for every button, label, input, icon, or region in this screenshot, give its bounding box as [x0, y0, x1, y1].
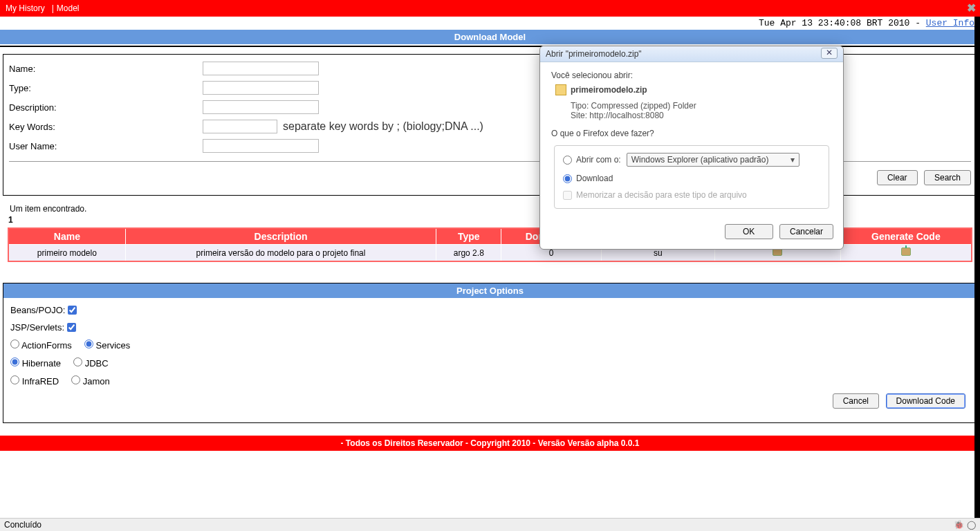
- th-name: Name: [8, 228, 125, 245]
- dialog-site-value: http://localhost:8080: [589, 111, 663, 120]
- clear-button[interactable]: Clear: [877, 170, 918, 185]
- cell-type: argo 2.8: [436, 245, 501, 262]
- services-radio[interactable]: [84, 339, 93, 348]
- nav-model[interactable]: Model: [57, 3, 80, 13]
- cell-generatecode[interactable]: [840, 245, 972, 262]
- dialog-you-selected: Você selecionou abrir:: [551, 71, 832, 80]
- th-description: Description: [125, 228, 436, 245]
- dialog-close-button[interactable]: ✕: [821, 48, 838, 59]
- type-input[interactable]: [203, 81, 319, 95]
- dialog-site-label: Site:: [571, 111, 587, 120]
- open-with-combo[interactable]: Windows Explorer (aplicativo padrão): [627, 153, 799, 167]
- description-input[interactable]: [203, 100, 319, 114]
- username-input[interactable]: [203, 139, 319, 153]
- keywords-hint: separate key words by ; (biology;DNA ...…: [283, 120, 483, 133]
- type-label: Type:: [9, 83, 203, 93]
- download-model-header: Download Model: [0, 30, 980, 44]
- download-dialog: Abrir "primeiromodelo.zip" ✕ Você seleci…: [539, 46, 844, 250]
- dialog-type-label: Tipo:: [571, 101, 589, 111]
- jsp-checkbox[interactable]: [67, 323, 76, 332]
- actionforms-label: ActionForms: [21, 340, 72, 351]
- dialog-title: Abrir "primeiromodelo.zip" ✕: [540, 46, 843, 62]
- bug-icon: 🐞: [954, 520, 964, 530]
- infrared-radio[interactable]: [10, 375, 19, 384]
- jsp-label: JSP/Servlets:: [10, 322, 64, 333]
- dialog-title-text: Abrir "primeiromodelo.zip": [546, 49, 642, 59]
- footer: - Todos os Direitos Reservador - Copyrig…: [0, 436, 980, 451]
- keywords-label: Key Words:: [9, 122, 203, 132]
- project-options-header: Project Options: [3, 283, 977, 298]
- status-text: Concluído: [4, 520, 41, 530]
- dialog-ok-button[interactable]: OK: [725, 224, 773, 239]
- status-icons: 🐞◯: [951, 520, 976, 530]
- cancel-button[interactable]: Cancel: [833, 393, 879, 409]
- download-radio[interactable]: [563, 174, 572, 183]
- jamon-label: Jamon: [83, 376, 110, 386]
- user-info-link[interactable]: User Info: [926, 18, 974, 28]
- datetime-row: Tue Apr 13 23:40:08 BRT 2010 - User Info: [0, 17, 980, 30]
- status-bar: Concluído 🐞◯: [0, 518, 980, 531]
- th-type: Type: [436, 228, 501, 245]
- jdbc-radio[interactable]: [73, 357, 82, 366]
- close-icon[interactable]: ✖: [967, 1, 976, 15]
- project-options-block: Project Options Beans/POJO: JSP/Servlets…: [3, 283, 977, 423]
- dialog-action-group: Abrir com o: Windows Explorer (aplicativ…: [554, 145, 829, 209]
- username-label: User Name:: [9, 141, 203, 151]
- dialog-what-should: O que o Firefox deve fazer?: [551, 129, 832, 138]
- box-icon: [901, 248, 911, 256]
- cell-description: primeira versão do modelo para o projeto…: [125, 245, 436, 262]
- circle-icon: ◯: [967, 520, 976, 530]
- open-with-radio[interactable]: [563, 156, 572, 165]
- dialog-type-value: Compressed (zipped) Folder: [591, 101, 696, 111]
- services-label: Services: [96, 340, 131, 351]
- search-button[interactable]: Search: [924, 170, 971, 185]
- datetime-text: Tue Apr 13 23:40:08 BRT 2010: [759, 18, 909, 28]
- beans-label: Beans/POJO:: [10, 305, 65, 315]
- open-with-label: Abrir com o:: [576, 155, 621, 165]
- download-label: Download: [576, 174, 613, 183]
- keywords-input[interactable]: [203, 120, 277, 133]
- remember-label: Memorizar a decisão para este tipo de ar…: [576, 190, 747, 200]
- description-label: Description:: [9, 102, 203, 113]
- th-generatecode: Generate Code: [840, 228, 972, 245]
- nav-separator: |: [52, 3, 54, 13]
- dialog-cancel-button[interactable]: Cancelar: [779, 224, 833, 239]
- zip-icon: [555, 84, 566, 95]
- jamon-radio[interactable]: [71, 375, 80, 384]
- nav-my-history[interactable]: My History: [6, 3, 45, 13]
- top-nav: My History | Model ✖: [0, 0, 980, 17]
- dialog-filename: primeiromodelo.zip: [571, 85, 647, 95]
- hibernate-label: Hibernate: [22, 358, 61, 369]
- remember-checkbox: [563, 191, 572, 200]
- cell-name: primeiro modelo: [8, 245, 125, 262]
- right-border: [974, 0, 980, 531]
- download-code-button[interactable]: Download Code: [886, 393, 965, 409]
- actionforms-radio[interactable]: [10, 339, 19, 348]
- name-input[interactable]: [203, 62, 319, 75]
- hibernate-radio[interactable]: [10, 357, 19, 366]
- beans-checkbox[interactable]: [68, 306, 77, 315]
- name-label: Name:: [9, 64, 203, 74]
- infrared-label: InfraRED: [22, 376, 59, 386]
- jdbc-label: JDBC: [85, 358, 109, 369]
